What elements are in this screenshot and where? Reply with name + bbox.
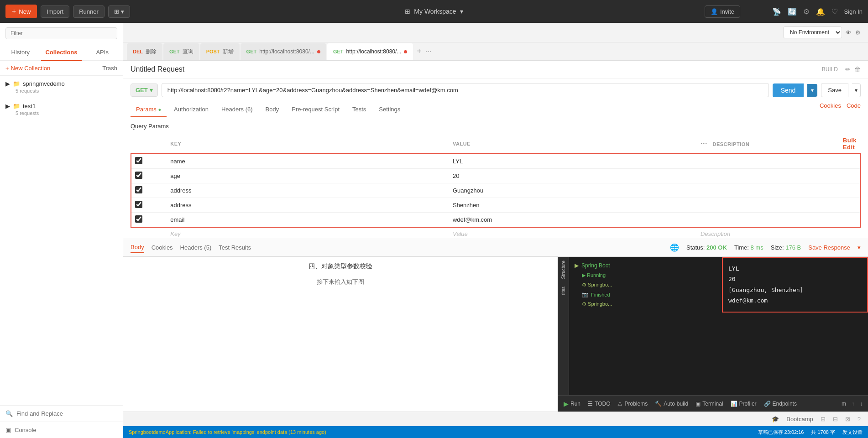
bell-icon[interactable]: 🔔 [816,7,825,16]
value-cell[interactable]: Guangzhou [449,183,697,198]
desc-cell[interactable] [697,154,839,169]
key-cell[interactable]: address [167,198,449,213]
send-dropdown-button[interactable]: ▾ [807,84,817,97]
trash-button[interactable]: Trash [102,65,117,72]
value-cell[interactable]: wdef@km.com [449,213,697,228]
tab-body[interactable]: Body [260,102,285,117]
tab-post-request[interactable]: POST 新增 [200,43,240,60]
satellite-icon[interactable]: 📡 [772,7,781,16]
profiler-tool[interactable]: 📊 Profiler [731,401,757,407]
tab-headers[interactable]: Headers (6) [216,102,258,117]
layout-icon-3[interactable]: ⊠ [845,416,850,422]
empty-key[interactable]: Key [167,227,449,239]
settings-icon[interactable]: ⚙ [803,7,810,16]
console-button[interactable]: ▣ Console [0,422,123,438]
publish-label[interactable]: 发文设置 [842,429,863,436]
row-checkbox-3[interactable] [135,186,142,193]
save-button[interactable]: Save [821,83,848,97]
key-cell[interactable]: age [167,169,449,183]
key-cell[interactable]: email [167,213,449,228]
method-select[interactable]: GET ▾ [131,83,158,97]
edit-icon[interactable]: ✏ [845,66,851,73]
tab-params[interactable]: Params ● [131,102,167,117]
tab-authorization[interactable]: Authorization [168,102,214,117]
url-input[interactable] [162,83,769,97]
layout-icon-2[interactable]: ⊟ [833,416,838,422]
save-dropdown-button[interactable]: ▾ [852,83,861,97]
code-link[interactable]: Code [847,102,861,117]
todo-tool[interactable]: ☰ TODO [588,401,610,407]
tab-collections[interactable]: Collections [41,44,82,61]
three-dots[interactable]: ··· [701,140,707,147]
empty-desc[interactable]: Description [697,227,839,239]
desc-cell[interactable] [697,169,839,183]
environment-select[interactable]: No Environment [783,26,842,38]
layout-icon-1[interactable]: ⊞ [821,416,826,422]
endpoints-tool[interactable]: 🔗 Endpoints [764,401,797,407]
row-checkbox-1[interactable] [135,157,142,164]
row-checkbox-2[interactable] [135,172,142,179]
method-label: GET [246,49,257,54]
tab-get-request-active[interactable]: GET http://localhost:8080/... [327,43,413,60]
tab-headers-response[interactable]: Headers (5) [180,242,212,253]
tab-settings[interactable]: Settings [373,102,406,117]
import-button[interactable]: Import [41,5,69,18]
more-tabs-button[interactable]: ··· [425,47,431,56]
key-cell[interactable]: name [167,154,449,169]
new-button[interactable]: + New [5,5,37,18]
value-cell[interactable]: 20 [449,169,697,183]
save-response-button[interactable]: Save Response [808,244,850,251]
runner-button[interactable]: Runner [73,5,105,18]
delete-icon[interactable]: 🗑 [854,66,861,73]
desc-cell[interactable] [697,213,839,228]
run-tool[interactable]: ▶ Run [564,400,580,407]
filter-input[interactable] [5,27,117,39]
tab-body-response[interactable]: Body [131,242,144,253]
terminal-tool[interactable]: ▣ Terminal [695,401,723,407]
tab-apis[interactable]: APIs [82,44,123,61]
desc-cell[interactable] [697,198,839,213]
list-item[interactable]: ▶ 📁 test1 5 requests [0,98,123,120]
tab-cookies-response[interactable]: Cookies [152,242,173,253]
key-cell[interactable]: address [167,183,449,198]
plus-icon: + [12,7,16,16]
tab-get-request[interactable]: GET 查询 [163,43,199,60]
tab-delete-request[interactable]: DEL 删除 [127,43,162,60]
row-checkbox-5[interactable] [135,215,142,223]
up-arrow[interactable]: ↑ [852,401,854,407]
cookies-link[interactable]: Cookies [820,102,841,117]
empty-value[interactable]: Value [449,227,697,239]
heart-icon[interactable]: ♡ [831,7,838,16]
tab-tests[interactable]: Tests [347,102,371,117]
tab-get-request-2[interactable]: GET http://localhost:8080/... [241,43,326,60]
desc-cell[interactable] [697,183,839,198]
eye-icon[interactable]: 👁 [846,29,852,36]
send-button[interactable]: Send [773,83,804,97]
add-tab-button[interactable]: + [414,47,424,56]
bulk-edit-button[interactable]: Bulk Edit [843,137,857,151]
manage-env-icon[interactable]: ⚙ [855,29,861,36]
tab-pre-request[interactable]: Pre-request Script [286,102,345,117]
row-checkbox-4[interactable] [135,201,142,208]
save-response-chevron[interactable]: ▾ [858,244,861,251]
sign-in-button[interactable]: Sign In [844,8,863,15]
value-cell[interactable]: Shenzhen [449,198,697,213]
tab-history[interactable]: History [0,44,41,61]
user-icon: 👤 [711,8,718,15]
workspace-selector[interactable]: ⊞ My Workspace ▾ [405,8,463,15]
find-replace-button[interactable]: 🔍 Find and Replace [0,405,123,422]
down-arrow[interactable]: ↓ [860,401,863,407]
list-item[interactable]: ▶ 📁 springmvcdemo 5 requests [0,76,123,98]
response-bar: Body Cookies Headers (5) Test Results 🌐 … [123,239,868,256]
value-cell[interactable]: LYL [449,154,697,169]
top-bar: + New Import Runner ⊞ ▾ ⊞ My Workspace ▾… [0,0,868,23]
view-button[interactable]: ⊞ ▾ [108,5,130,18]
invite-button[interactable]: 👤 Invite [705,5,740,18]
auto-build-tool[interactable]: 🔨 Auto-build [655,401,688,407]
tab-test-results[interactable]: Test Results [219,242,251,253]
problems-tool[interactable]: ⚠ Problems [617,401,648,407]
new-collection-button[interactable]: + New Collection [5,65,50,72]
bootcamp-label[interactable]: Bootcamp [786,416,813,422]
help-icon[interactable]: ? [858,416,861,422]
refresh-icon[interactable]: 🔄 [788,7,797,16]
